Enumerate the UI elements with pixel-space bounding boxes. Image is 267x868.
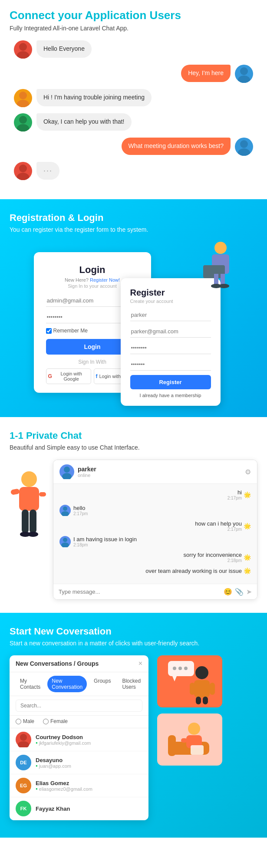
bubble-4: Okay, I can help you with that! — [36, 113, 132, 131]
contact-name-1: Desayuno — [36, 757, 142, 763]
attach-icon[interactable]: 📎 — [235, 588, 244, 596]
svg-point-34 — [18, 741, 29, 747]
svg-rect-23 — [22, 510, 29, 533]
avatar-6 — [14, 162, 32, 180]
msg-content-2: hello 2:17pm — [73, 505, 88, 516]
svg-rect-21 — [10, 489, 20, 495]
contact-item-2[interactable]: EG Elias Gomez ● eliasgomez0@gmail.com — [10, 774, 148, 797]
send-icon[interactable]: ➤ — [246, 588, 252, 596]
tab-new-conversation[interactable]: New Conversation — [47, 676, 87, 692]
contact-item-0[interactable]: Courtney Dodson ● jkfgariufekiy@gmail.co… — [10, 728, 148, 751]
emoji-react-3: 🌟 — [244, 523, 251, 529]
reg-email-field[interactable] — [130, 326, 211, 338]
tab-groups[interactable]: Groups — [89, 676, 115, 692]
register-button[interactable]: Register — [130, 375, 211, 389]
avatar-5 — [235, 138, 253, 156]
contact-avatar-1: DE — [16, 755, 31, 770]
svg-point-27 — [64, 467, 70, 473]
gender-female[interactable]: Female — [43, 718, 68, 724]
svg-point-5 — [17, 100, 29, 107]
remember-me-label[interactable]: Remember Me — [46, 328, 88, 334]
gender-filter: Male Female — [10, 716, 148, 728]
conv-subtitle: Start a new conversation in a matter of … — [10, 640, 257, 647]
msg-time-2: 2:17pm — [73, 511, 88, 516]
google-icon: G — [48, 373, 52, 379]
svg-point-6 — [19, 116, 27, 124]
emoji-react-5: 🌟 — [244, 554, 251, 561]
conv-figure-1 — [157, 655, 222, 707]
msg-avatar-2 — [59, 505, 71, 516]
settings-icon[interactable]: ⚙ — [245, 468, 251, 476]
tab-my-contacts[interactable]: My Contacts — [16, 676, 45, 692]
avatar-2 — [235, 65, 253, 83]
svg-rect-43 — [210, 683, 215, 695]
msg-content-1: hi 2:17pm 🌟 — [227, 489, 251, 500]
chat-title: 1-1 Private Chat — [10, 430, 257, 441]
svg-point-33 — [20, 734, 27, 741]
message-input[interactable] — [59, 589, 220, 595]
emoji-react-1: 🌟 — [244, 491, 251, 498]
male-radio[interactable] — [16, 719, 21, 724]
svg-point-9 — [238, 148, 250, 156]
remember-me-checkbox[interactable] — [46, 328, 52, 334]
register-now-link[interactable]: Register Now! — [90, 277, 120, 283]
google-login-button[interactable]: G Login with Google — [46, 368, 91, 384]
svg-point-37 — [173, 667, 176, 670]
msg-content-4: I am having issue in login 2:18pm — [73, 536, 137, 547]
chat-header-status: online — [78, 473, 245, 478]
membership-link[interactable]: I already have a membership — [130, 393, 211, 398]
svg-rect-44 — [196, 697, 201, 704]
gender-male[interactable]: Male — [16, 718, 34, 724]
chat-row-2: Hey, I'm here — [14, 65, 253, 83]
avatar-3 — [14, 89, 32, 107]
conv-search — [10, 696, 148, 716]
svg-point-8 — [240, 140, 248, 148]
msg-text-5: sorry for inconvenience — [184, 552, 242, 558]
msg-text-2: hello — [73, 505, 88, 511]
bubble-2: Hey, I'm here — [181, 65, 231, 82]
conv-modal-title: New Conversations / Groups — [16, 660, 99, 667]
reg-confirm-field[interactable] — [130, 358, 211, 371]
chat-row-4: Okay, I can help you with that! — [14, 113, 253, 132]
svg-point-2 — [240, 67, 248, 75]
chat-row-3: Hi ! I'm having trouble joining meeting — [14, 89, 253, 107]
svg-point-28 — [62, 473, 72, 479]
chat-input-icons: 😊 📎 ➤ — [224, 588, 252, 596]
hero-subtitle: Fully Integrated All-in-one Laravel Chat… — [10, 25, 257, 32]
conv-close-button[interactable]: × — [138, 660, 142, 667]
facebook-icon: f — [96, 373, 98, 379]
conversation-section: Start New Coversation Start a new conver… — [0, 613, 267, 838]
reg-subtitle: You can register via the register form t… — [10, 226, 257, 233]
contact-name-3: Fayyaz Khan — [36, 806, 142, 812]
contact-item-3[interactable]: FK Fayyaz Khan — [10, 797, 148, 820]
msg-text-3: how can i help you — [195, 520, 242, 527]
chat-messages: hi 2:17pm 🌟 hello 2:17pm — [53, 484, 257, 584]
conv-title: Start New Coversation — [10, 626, 257, 637]
female-radio[interactable] — [43, 719, 49, 724]
msg-text-1: hi — [227, 489, 242, 496]
chat-header: parker online ⚙ — [53, 460, 257, 484]
contact-item-1[interactable]: DE Desayuno ● juan@app.com — [10, 751, 148, 774]
msg-text-6: over team already working is our issue — [145, 568, 242, 574]
svg-point-1 — [17, 51, 29, 59]
conv-row: New Conversations / Groups × My Contacts… — [10, 655, 257, 820]
reg-password-field[interactable] — [130, 342, 211, 354]
contact-name-0: Courtney Dodson — [36, 734, 142, 740]
svg-rect-45 — [203, 697, 208, 704]
conv-figure-2 — [157, 713, 222, 766]
conv-tabs: My Contacts New Conversation Groups Bloc… — [10, 672, 148, 696]
chat-subtitle: Beautiful and Simple easy to use Chat In… — [10, 444, 257, 451]
svg-point-29 — [63, 506, 67, 511]
contact-info-3: Fayyaz Khan — [36, 806, 142, 812]
reg-name-field[interactable] — [130, 309, 211, 321]
emoji-icon[interactable]: 😊 — [224, 588, 232, 596]
svg-point-48 — [188, 723, 200, 735]
reg-title: Registration & Login — [10, 212, 257, 224]
chat-row-6: ··· — [14, 162, 253, 180]
svg-point-12 — [214, 242, 227, 254]
conv-figures — [157, 655, 222, 766]
conv-search-input[interactable] — [16, 700, 142, 712]
tab-blocked-users[interactable]: Blocked Users — [118, 676, 145, 692]
svg-point-7 — [17, 124, 29, 132]
msg-row-1: hi 2:17pm 🌟 — [59, 489, 251, 500]
